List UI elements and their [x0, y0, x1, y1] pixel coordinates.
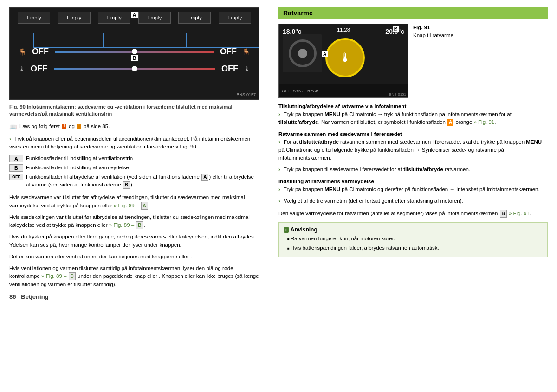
bottom-sync: SYNC	[293, 89, 304, 93]
bns-label-left: BNS-0157	[236, 92, 256, 97]
arrow-icon-5: ›	[278, 198, 280, 204]
fig-caption-right: Fig. 91 Knap til ratvarme	[413, 24, 453, 98]
page-number: 86	[9, 293, 16, 300]
arrow-icon-3: ›	[278, 167, 280, 172]
bottom-off: OFF	[282, 89, 290, 93]
instruction-text: Tryk på knappen eller på betjeningsdelen…	[9, 136, 250, 149]
def-key-b: B	[9, 164, 23, 172]
subsection-indstilling: Indstilling af ratvarmens varmeydelse › …	[278, 179, 548, 206]
def-val-b: Funktionsflader til indstilling af varme…	[26, 164, 129, 171]
definitions-table: A Funktionsflader til indstilling af ven…	[9, 154, 259, 189]
inline-b: B	[123, 181, 130, 189]
btn-empty-6: Empty	[219, 12, 251, 24]
heat-left-icon: 🌡	[19, 65, 25, 73]
diagram-label-a: A	[131, 12, 138, 18]
body-text-3: Hvis du trykker på knappen eller flere g…	[9, 233, 259, 249]
menu-keyword-3: MENU	[324, 186, 340, 192]
main-instruction: › Tryk på knappen eller på betjeningsdel…	[9, 135, 259, 151]
fig-image-container: 18.0°c 11:28 B 🌡 A 20.0°c	[278, 24, 548, 98]
def-key-a: A	[9, 155, 23, 162]
den-valgte-text: Den valgte varmeydelse for ratvarmen (an…	[278, 210, 548, 218]
time-display: 11:28	[337, 27, 350, 32]
subsection-2-item-2: › Tryk på knappen til sædevarme i førers…	[278, 166, 548, 174]
orange-a-badge: A	[447, 119, 453, 126]
fig-number: Fig. 91	[413, 24, 453, 32]
left-panel: Empty Empty Empty Empty Empty Empty A 🪑 …	[0, 0, 269, 392]
ref-fig89-a: » Fig. 89 – A	[114, 203, 149, 208]
def-val-off: Funktionsflader til afbrydelse af ventil…	[26, 173, 259, 189]
subsection-title-2: Ratvarme sammen med sædevarme i førersæd…	[278, 131, 548, 137]
ref-fig91-2: » Fig. 91	[509, 211, 530, 216]
subsection-title-3: Indstilling af ratvarmens varmeydelse	[278, 179, 548, 184]
fig-caption-text: Knap til ratvarme	[413, 32, 453, 39]
bns-right: BNS-0151	[389, 92, 406, 96]
arrow-icon-2: ›	[278, 139, 280, 145]
warning-icon-1: !	[62, 124, 66, 129]
anvisning-title: i Anvisning	[284, 226, 543, 233]
bold-text-1: tilslutte/afbryde	[278, 119, 318, 125]
body-text-1: Hvis sædevarmen var tilsluttet før afbry…	[9, 193, 259, 210]
ratvarme-image: 18.0°c 11:28 B 🌡 A 20.0°c	[278, 24, 408, 98]
menu-keyword-1: MENU	[324, 111, 340, 117]
arrow-icon-1: ›	[278, 111, 280, 117]
heat-right-icon: 🌡	[244, 65, 250, 73]
arrow-icon-main: ›	[9, 136, 11, 141]
anvisning-item-1: Ratvarmen fungerer kun, når motoren køre…	[284, 235, 543, 243]
car-display: 18.0°c 11:28 B 🌡 A 20.0°c	[279, 24, 408, 97]
body-text-5: Hvis ventilationen og varmen tilsluttes …	[9, 264, 259, 289]
btn-empty-4: Empty	[138, 12, 171, 24]
off-label-1: OFF	[32, 47, 49, 57]
section-label: Betjening	[21, 293, 48, 300]
fig-caption-bold: Fig. 90 Infotainmentskærm: sædevarme og …	[9, 104, 232, 116]
menu-keyword-2: MENU	[526, 139, 542, 145]
off-label-2: OFF	[220, 47, 237, 57]
steering-wheel-icon	[289, 39, 317, 67]
slider-dot-2	[132, 66, 137, 71]
climate-diagram: Empty Empty Empty Empty Empty Empty A 🪑 …	[9, 7, 259, 100]
temp-right: 20.0°c	[385, 28, 404, 35]
subsection-2-item-1: › For at tilslutte/afbryde ratvarmen sam…	[278, 138, 548, 162]
diagram-label-b: B	[131, 55, 138, 61]
off-label-3: OFF	[31, 64, 47, 74]
anvisning-item-2: Hvis batterispændingen falder, afbrydes …	[284, 244, 543, 252]
subsection-3-item-1: › Tryk på knappen MENU på Climatronic og…	[278, 186, 548, 193]
slider-bar-2[interactable]	[54, 68, 215, 70]
fig-label-a: A	[322, 51, 328, 57]
slider-dot-1	[132, 49, 137, 54]
subsection-tilslutning: Tilslutning/afbrydelse af ratvarme via i…	[278, 103, 548, 127]
steering-wheel-block	[283, 34, 322, 72]
arrow-icon-4: ›	[278, 186, 280, 192]
section-header: Ratvarme	[278, 7, 548, 19]
seat-left-icon: 🪑	[19, 48, 26, 56]
subsection-1-item-1: › Tryk på knappen MENU på Climatronic → …	[278, 110, 548, 127]
btn-empty-2: Empty	[58, 12, 91, 24]
page-footer: 86 Betjening	[9, 293, 259, 300]
anvisning-box: i Anvisning Ratvarmen fungerer kun, når …	[278, 222, 548, 257]
inline-a: A	[201, 174, 208, 181]
def-key-off: OFF	[9, 174, 23, 180]
subsection-3-item-2: › Vælg et af de tre varmetrin (det er fo…	[278, 197, 548, 205]
warning-icon-2: !	[77, 124, 81, 129]
fig-caption-left: Fig. 90 Infotainmentskærm: sædevarme og …	[9, 103, 259, 118]
ref-fig89-c: » Fig. 89 – C	[41, 273, 76, 279]
btn-empty-1: Empty	[18, 12, 50, 24]
btn-empty-5: Empty	[178, 12, 211, 24]
btn-empty-3: Empty	[98, 12, 130, 24]
slider-bar-1[interactable]	[55, 51, 214, 53]
bottom-rear: REAR	[307, 89, 319, 93]
note-text: Læs og følg først ! og ! på side 85.	[19, 123, 110, 129]
subsection-ratvarme-saede: Ratvarme sammen med sædevarme i førersæd…	[278, 131, 548, 174]
def-row-off: OFF Funktionsflader til afbrydelse af ve…	[9, 173, 259, 189]
ref-fig91-1: » Fig. 91	[473, 119, 494, 125]
seat-right-icon: 🪑	[242, 48, 250, 56]
heat-symbol-icon: 🌡	[325, 38, 365, 77]
ref-fig89-b: » Fig. 89 – B	[109, 222, 144, 228]
body-text-4: Det er kun varmen eller ventilationen, d…	[9, 253, 259, 261]
bold-text-3: tilslutte/afbryde	[403, 167, 443, 172]
bold-text-2: tilslutte/afbryde	[299, 139, 339, 145]
def-row-a: A Funktionsflader til indstilling af ven…	[9, 154, 259, 162]
def-row-b: B Funktionsflader til indstilling af var…	[9, 164, 259, 172]
def-val-a: Funktionsflader til indstilling af venti…	[26, 154, 133, 162]
note-box: 📖 Læs og følg først ! og ! på side 85.	[9, 123, 259, 130]
off-label-4: OFF	[221, 64, 238, 74]
